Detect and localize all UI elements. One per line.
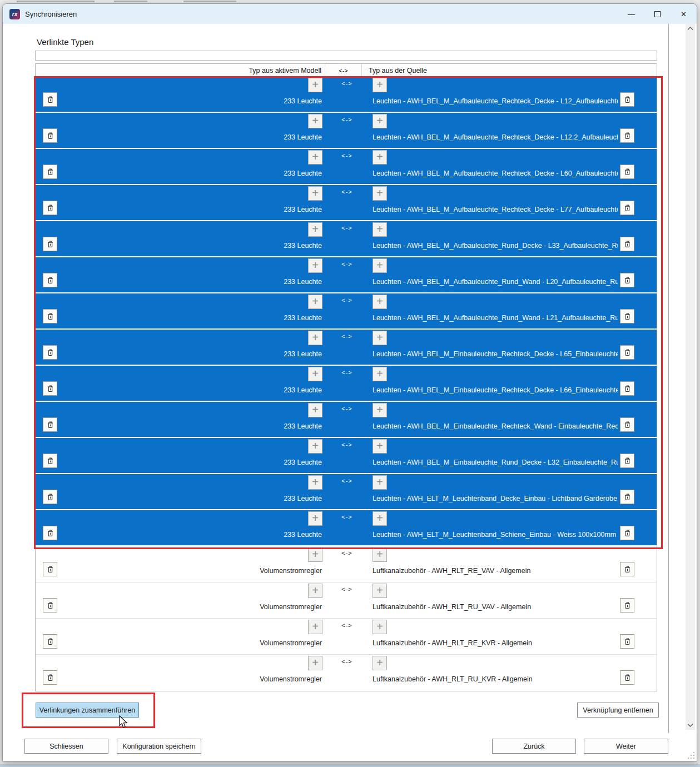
delete-link-button[interactable] [620,417,634,432]
link-arrow: <-> [327,188,366,195]
delete-link-button[interactable] [620,454,634,468]
add-source-type-button[interactable]: + [373,331,387,345]
delete-link-button[interactable] [620,598,634,612]
add-source-type-button[interactable]: + [373,475,387,490]
plus-icon: + [312,404,319,416]
model-type-label: 233 Leuchte [36,495,322,502]
add-model-type-button[interactable]: + [308,367,322,381]
table-header: Typ aus aktivem Modell <-> Typ aus der Q… [36,64,657,77]
add-source-type-button[interactable]: + [373,150,387,165]
add-model-type-button[interactable]: + [308,439,322,454]
add-source-type-button[interactable]: + [373,114,387,128]
add-model-type-button[interactable]: + [308,295,322,309]
scroll-up-icon[interactable] [686,24,695,33]
table-row[interactable]: + <-> + Volumenstromregler Luftkanalzube… [36,582,657,619]
add-model-type-button[interactable]: + [308,584,322,598]
vertical-scrollbar[interactable] [686,24,695,730]
delete-link-button[interactable] [620,201,634,215]
add-model-type-button[interactable]: + [308,547,322,562]
add-source-type-button[interactable]: + [373,367,387,381]
column-header-link[interactable]: <-> [325,64,362,77]
table-row[interactable]: + <-> + 233 Leuchte Leuchten - AWH_BEL_M… [36,366,657,402]
next-button[interactable]: Weiter [584,739,668,754]
table-row[interactable]: + <-> + 233 Leuchte Leuchten - AWH_BEL_M… [36,113,657,149]
table-row[interactable]: + <-> + 233 Leuchte Leuchten - AWH_BEL_M… [36,330,657,366]
table-row[interactable]: + <-> + 233 Leuchte Leuchten - AWH_BEL_M… [36,293,657,330]
table-row[interactable]: + <-> + 233 Leuchte Leuchten - AWH_BEL_M… [36,77,657,113]
scroll-down-icon[interactable] [686,720,695,730]
link-arrow: <-> [327,441,366,448]
minimize-button[interactable]: — [618,4,644,24]
table-row[interactable]: + <-> + 233 Leuchte Leuchten - AWH_BEL_M… [36,221,657,257]
close-window-button[interactable]: ✕ [671,4,697,24]
add-model-type-button[interactable]: + [308,620,322,634]
table-row[interactable]: + <-> + 233 Leuchte Leuchten - AWH_BEL_M… [36,438,657,474]
add-source-type-button[interactable]: + [373,78,387,92]
delete-link-button[interactable] [620,237,634,251]
add-model-type-button[interactable]: + [308,511,322,526]
table-row[interactable]: + <-> + 233 Leuchte Leuchten - AWH_ELT_M… [36,510,657,546]
back-button[interactable]: Zurück [492,739,576,754]
save-configuration-button[interactable]: Konfiguration speichern [117,739,201,754]
filter-input[interactable] [35,51,657,61]
resize-grip[interactable] [688,752,696,760]
delete-link-button[interactable] [620,670,634,685]
delete-link-button[interactable] [620,165,634,179]
add-model-type-button[interactable]: + [308,475,322,490]
delete-link-button[interactable] [620,92,634,107]
delete-link-button[interactable] [620,562,634,576]
add-source-type-button[interactable]: + [373,511,387,526]
table-row[interactable]: + <-> + 233 Leuchte Leuchten - AWH_ELT_M… [36,474,657,510]
plus-icon: + [376,367,383,380]
synchronize-dialog: rx Synchronisieren — ✕ Verlinkte Typen T… [2,3,697,761]
table-row[interactable]: + <-> + 233 Leuchte Leuchten - AWH_BEL_M… [36,402,657,438]
maximize-button[interactable] [644,4,671,24]
add-model-type-button[interactable]: + [308,186,322,201]
table-row[interactable]: + <-> + Volumenstromregler Luftkanalzube… [36,546,657,582]
table-row[interactable]: + <-> + 233 Leuchte Leuchten - AWH_BEL_M… [36,257,657,293]
table-row[interactable]: + <-> + 233 Leuchte Leuchten - AWH_BEL_M… [36,149,657,185]
plus-icon: + [376,78,383,91]
table-row[interactable]: + <-> + Volumenstromregler Luftkanalzube… [36,619,657,655]
close-dialog-button[interactable]: Schliessen [24,739,108,754]
add-model-type-button[interactable]: + [308,403,322,417]
plus-icon: + [376,476,383,489]
delete-link-button[interactable] [620,490,634,504]
remove-link-button[interactable]: Verknüpfung entfernen [577,703,659,718]
app-logo-icon: rx [9,9,20,19]
delete-link-button[interactable] [620,381,634,396]
add-source-type-button[interactable]: + [373,222,387,237]
add-source-type-button[interactable]: + [373,295,387,309]
add-model-type-button[interactable]: + [308,656,322,670]
trash-icon [623,457,632,465]
column-header-source[interactable]: Typ aus der Quelle [362,64,657,77]
add-model-type-button[interactable]: + [308,78,322,92]
table-row[interactable]: + <-> + Volumenstromregler Luftkanalzube… [36,655,657,691]
delete-link-button[interactable] [620,309,634,323]
linked-types-label: Verlinkte Typen [37,37,93,47]
merge-links-button[interactable]: Verlinkungen zusammenführen [36,703,139,718]
add-source-type-button[interactable]: + [373,620,387,634]
add-source-type-button[interactable]: + [373,403,387,417]
add-model-type-button[interactable]: + [308,331,322,345]
add-source-type-button[interactable]: + [373,547,387,562]
add-source-type-button[interactable]: + [373,584,387,598]
delete-link-button[interactable] [620,526,634,540]
table-row[interactable]: + <-> + 233 Leuchte Leuchten - AWH_BEL_M… [36,185,657,221]
delete-link-button[interactable] [620,128,634,143]
model-type-label: 233 Leuchte [36,350,322,358]
delete-link-button[interactable] [620,634,634,649]
column-header-model[interactable]: Typ aus aktivem Modell [36,64,325,77]
delete-link-button[interactable] [620,345,634,360]
add-model-type-button[interactable]: + [308,258,322,273]
link-arrow: <-> [327,80,366,87]
add-source-type-button[interactable]: + [373,186,387,201]
model-type-label: 233 Leuchte [36,314,322,322]
add-source-type-button[interactable]: + [373,656,387,670]
add-model-type-button[interactable]: + [308,150,322,165]
delete-link-button[interactable] [620,273,634,287]
add-model-type-button[interactable]: + [308,222,322,237]
add-source-type-button[interactable]: + [373,258,387,273]
add-source-type-button[interactable]: + [373,439,387,454]
add-model-type-button[interactable]: + [308,114,322,128]
